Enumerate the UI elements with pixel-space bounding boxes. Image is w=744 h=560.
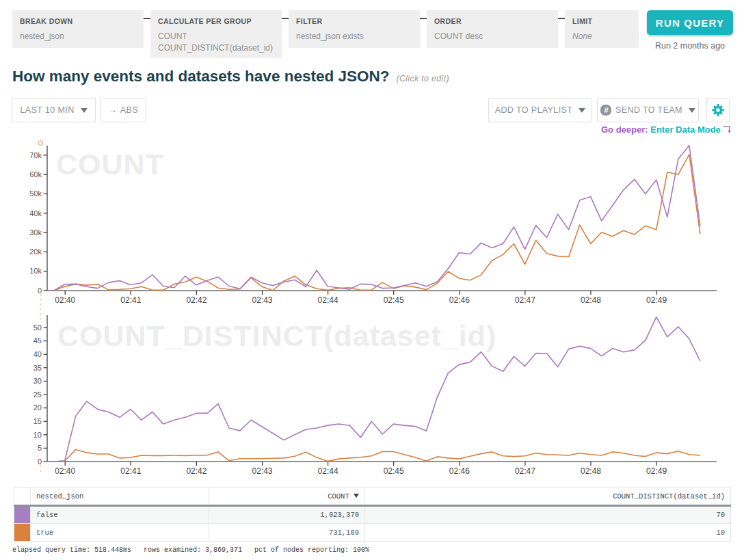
svg-text:02:49: 02:49 <box>646 295 667 305</box>
svg-text:COUNT: COUNT <box>56 148 164 181</box>
svg-text:02:41: 02:41 <box>120 295 141 305</box>
svg-text:15: 15 <box>34 417 42 425</box>
svg-text:02:48: 02:48 <box>581 466 601 476</box>
svg-text:02:40: 02:40 <box>55 295 75 305</box>
svg-text:50k: 50k <box>29 189 42 198</box>
svg-text:02:43: 02:43 <box>252 466 272 476</box>
svg-text:02:43: 02:43 <box>252 295 272 305</box>
svg-text:02:46: 02:46 <box>449 466 470 476</box>
svg-text:45: 45 <box>34 336 42 345</box>
svg-text:0: 0 <box>38 286 42 295</box>
svg-text:02:42: 02:42 <box>186 295 207 305</box>
svg-text:02:44: 02:44 <box>318 466 338 476</box>
svg-text:02:42: 02:42 <box>186 466 207 476</box>
svg-text:0: 0 <box>38 457 42 466</box>
svg-text:20: 20 <box>34 403 42 412</box>
svg-text:02:46: 02:46 <box>449 295 470 305</box>
svg-text:40k: 40k <box>29 209 42 217</box>
svg-text:30k: 30k <box>29 228 42 237</box>
svg-text:20k: 20k <box>29 248 42 256</box>
svg-text:02:47: 02:47 <box>515 466 535 476</box>
svg-text:02:48: 02:48 <box>581 295 601 305</box>
svg-text:25: 25 <box>34 390 42 399</box>
svg-text:40: 40 <box>34 350 42 358</box>
svg-text:35: 35 <box>34 364 42 372</box>
svg-text:50: 50 <box>34 323 42 332</box>
svg-text:02:44: 02:44 <box>318 295 338 305</box>
svg-text:30: 30 <box>34 377 42 385</box>
svg-text:10k: 10k <box>29 267 42 275</box>
svg-text:02:41: 02:41 <box>120 466 141 476</box>
svg-text:02:40: 02:40 <box>55 466 75 476</box>
svg-text:02:45: 02:45 <box>384 295 404 305</box>
svg-text:02:47: 02:47 <box>515 295 535 305</box>
svg-text:5: 5 <box>38 444 42 452</box>
svg-text:02:49: 02:49 <box>646 466 667 476</box>
svg-text:70k: 70k <box>29 151 42 159</box>
svg-text:02:45: 02:45 <box>384 466 404 476</box>
svg-text:COUNT_DISTINCT(dataset_id): COUNT_DISTINCT(dataset_id) <box>57 319 496 352</box>
svg-text:60k: 60k <box>29 170 42 178</box>
svg-text:10: 10 <box>34 431 42 439</box>
